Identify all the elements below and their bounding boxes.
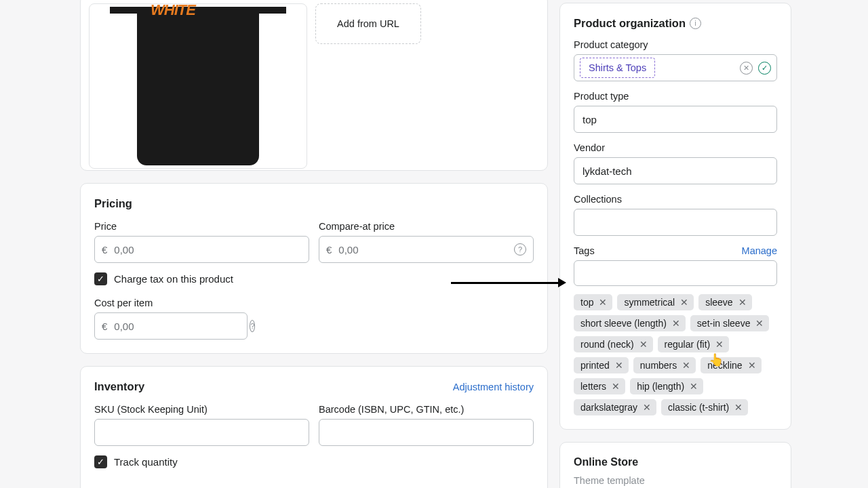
remove-tag-icon[interactable]: ✕ <box>681 360 692 371</box>
currency-symbol: € <box>95 244 114 256</box>
tag-text: regular (fit) <box>665 339 711 350</box>
inventory-title: Inventory <box>94 380 144 393</box>
adjustment-history-link[interactable]: Adjustment history <box>453 382 534 392</box>
tag-chip: numbers✕ <box>633 357 696 373</box>
tag-chip: printed✕ <box>574 357 629 373</box>
price-label: Price <box>94 221 309 232</box>
pricing-title: Pricing <box>94 197 534 210</box>
check-icon: ✓ <box>97 274 104 284</box>
tags-label: Tags <box>574 245 595 256</box>
tshirt-print: WHITE <box>151 1 195 19</box>
currency-symbol: € <box>319 244 338 256</box>
tag-text: sleeve <box>705 297 732 308</box>
tag-text: letters <box>580 381 606 392</box>
tags-list: top✕symmetrical✕sleeve✕short sleeve (len… <box>574 294 777 415</box>
tag-chip: round (neck)✕ <box>574 336 653 352</box>
online-store-title: Online Store <box>574 456 777 468</box>
tag-chip: letters✕ <box>574 378 625 394</box>
category-label: Product category <box>574 39 777 50</box>
compare-price-field[interactable] <box>338 244 514 256</box>
tag-text: numbers <box>640 360 677 371</box>
tags-input[interactable] <box>574 260 777 286</box>
tag-text: classic (t-shirt) <box>668 402 729 413</box>
tag-chip: hip (length)✕ <box>630 378 703 394</box>
tag-chip: short sleeve (length)✕ <box>574 315 686 331</box>
cost-input[interactable]: € ? <box>94 312 248 340</box>
remove-tag-icon[interactable]: ✕ <box>714 339 725 350</box>
remove-tag-icon[interactable]: ✕ <box>671 318 682 329</box>
remove-tag-icon[interactable]: ✕ <box>688 381 699 392</box>
compare-label: Compare-at price <box>319 221 534 232</box>
product-image[interactable]: WHITE <box>89 3 307 169</box>
sku-field[interactable] <box>95 427 309 439</box>
pricing-card: Pricing Price € Compare-at price € ? ✓ C… <box>80 183 548 354</box>
type-label: Product type <box>574 91 777 102</box>
check-icon: ✓ <box>97 457 104 467</box>
tag-text: neckline <box>707 360 742 371</box>
remove-tag-icon[interactable]: ✕ <box>642 402 652 413</box>
remove-tag-icon[interactable]: ✕ <box>679 297 690 308</box>
tag-text: darkslategray <box>580 402 637 413</box>
tax-label: Charge tax on this product <box>114 273 233 285</box>
tag-chip: darkslategray✕ <box>574 399 656 415</box>
inventory-card: Inventory Adjustment history SKU (Stock … <box>80 366 548 488</box>
tag-chip: neckline✕ <box>701 357 761 373</box>
sku-input[interactable] <box>94 419 309 446</box>
product-organization-card: Product organization i Product category … <box>559 3 791 430</box>
tag-chip: symmetrical✕ <box>617 294 694 310</box>
remove-tag-icon[interactable]: ✕ <box>737 297 748 308</box>
tag-chip: classic (t-shirt)✕ <box>661 399 748 415</box>
cost-field[interactable] <box>114 321 250 332</box>
confirm-category-icon[interactable]: ✓ <box>758 62 771 75</box>
vendor-label: Vendor <box>574 142 777 153</box>
barcode-label: Barcode (ISBN, UPC, GTIN, etc.) <box>319 404 534 415</box>
remove-tag-icon[interactable]: ✕ <box>754 318 765 329</box>
remove-tag-icon[interactable]: ✕ <box>747 360 757 371</box>
tag-chip: top✕ <box>574 294 612 310</box>
barcode-field[interactable] <box>319 427 533 439</box>
annotation-arrow <box>451 278 566 287</box>
compare-price-input[interactable]: € ? <box>319 236 534 263</box>
add-from-url-button[interactable]: Add from URL <box>315 3 421 44</box>
tag-chip: set-in sleeve✕ <box>690 315 770 331</box>
price-field[interactable] <box>114 244 309 256</box>
cost-label: Cost per item <box>94 298 248 308</box>
currency-symbol: € <box>95 321 114 332</box>
tax-checkbox[interactable]: ✓ <box>94 272 107 285</box>
collections-input[interactable] <box>574 209 777 236</box>
barcode-input[interactable] <box>319 419 534 446</box>
vendor-input[interactable] <box>574 157 777 184</box>
tag-text: set-in sleeve <box>697 318 751 329</box>
tag-chip: sleeve✕ <box>698 294 751 310</box>
media-card: WHITE Add from URL <box>80 0 548 171</box>
org-title: Product organization <box>574 17 686 30</box>
online-store-card: Online Store Theme template Default prod… <box>559 442 791 488</box>
remove-tag-icon[interactable]: ✕ <box>733 402 744 413</box>
tag-text: printed <box>580 360 610 371</box>
theme-label: Theme template <box>574 475 777 486</box>
remove-tag-icon[interactable]: ✕ <box>638 339 649 350</box>
category-chip[interactable]: Shirts & Tops <box>580 58 655 78</box>
type-input[interactable] <box>574 106 777 133</box>
price-input[interactable]: € <box>94 236 309 263</box>
tag-chip: regular (fit)✕ <box>658 336 730 352</box>
remove-tag-icon[interactable]: ✕ <box>610 381 621 392</box>
manage-tags-link[interactable]: Manage <box>742 245 777 256</box>
category-input[interactable]: Shirts & Tops ✕ ✓ <box>574 54 777 81</box>
tag-text: short sleeve (length) <box>580 318 667 329</box>
tag-text: symmetrical <box>624 297 675 308</box>
remove-tag-icon[interactable]: ✕ <box>614 360 625 371</box>
help-icon[interactable]: ? <box>250 320 255 332</box>
remove-tag-icon[interactable]: ✕ <box>597 297 608 308</box>
tag-text: top <box>580 297 593 308</box>
track-quantity-checkbox[interactable]: ✓ <box>94 455 107 468</box>
tag-text: hip (length) <box>637 381 684 392</box>
clear-category-icon[interactable]: ✕ <box>740 62 753 75</box>
info-icon[interactable]: i <box>690 18 701 29</box>
help-icon[interactable]: ? <box>514 243 526 256</box>
tag-text: round (neck) <box>580 339 634 350</box>
collections-label: Collections <box>574 194 777 205</box>
track-quantity-label: Track quantity <box>114 456 178 468</box>
sku-label: SKU (Stock Keeping Unit) <box>94 404 309 415</box>
